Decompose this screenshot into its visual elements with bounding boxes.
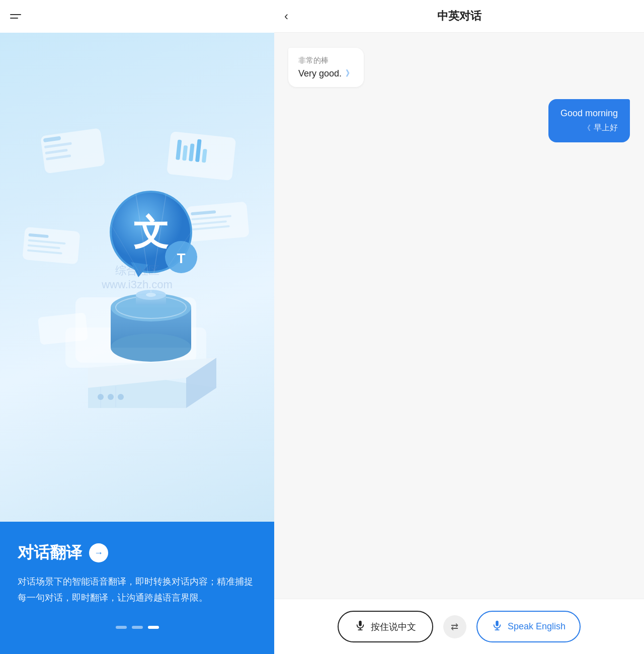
swap-language-button[interactable]: ⇄: [443, 615, 466, 638]
back-button[interactable]: ‹: [284, 9, 288, 23]
promo-title-row: 对话翻译 →: [18, 542, 257, 564]
carousel-dot-3[interactable]: [148, 626, 159, 629]
carousel-dot-2[interactable]: [132, 626, 143, 629]
bubble-english-text-1: Very good. 》: [298, 68, 354, 79]
svg-point-34: [111, 334, 191, 362]
svg-point-30: [108, 394, 114, 400]
bubble-content-left-1: 非常的棒 Very good. 》: [288, 48, 364, 87]
chat-area: 非常的棒 Very good. 》 Good morning 《 早上好: [274, 33, 644, 599]
promo-description: 对话场景下的智能语音翻译，即时转换对话内容；精准捕捉每一句对话，即时翻译，让沟通…: [18, 574, 257, 606]
bubble-right-chinese-1: 《 早上好: [560, 123, 618, 133]
chat-bubble-right-1: Good morning 《 早上好: [548, 99, 630, 142]
svg-point-40: [146, 293, 156, 297]
mic-chinese-icon: [355, 620, 366, 633]
svg-rect-51: [359, 621, 362, 626]
svg-rect-54: [496, 621, 499, 626]
bottom-controls: 按住说中文 ⇄ Speak English: [274, 599, 644, 654]
svg-point-29: [98, 394, 104, 400]
menu-button[interactable]: [10, 14, 21, 19]
bubble-right-english-1: Good morning: [560, 108, 618, 119]
arrow-icon: →: [94, 548, 103, 558]
promo-section: 对话翻译 → 对话场景下的智能语音翻译，即时转换对话内容；精准捕捉每一句对话，即…: [0, 522, 274, 654]
right-panel: ‹ 中英对话 非常的棒 Very good. 》 Good morning 《 …: [274, 0, 644, 654]
swap-icon: ⇄: [451, 621, 458, 632]
left-header: [0, 0, 274, 33]
speak-chinese-label: 按住说中文: [371, 621, 416, 633]
illustration-area: 文 T: [0, 33, 274, 522]
mic-english-icon: [492, 620, 503, 633]
right-header: ‹ 中英对话: [274, 0, 644, 33]
speak-english-button[interactable]: Speak English: [476, 611, 581, 642]
carousel-dot-1[interactable]: [116, 626, 127, 629]
carousel-dots: [18, 626, 257, 629]
svg-rect-0: [40, 128, 105, 174]
page-title: 中英对话: [437, 9, 481, 24]
svg-point-31: [118, 394, 124, 400]
left-panel: 文 T: [0, 0, 274, 654]
svg-text:文: 文: [133, 213, 169, 252]
svg-text:T: T: [177, 251, 185, 266]
speak-english-label: Speak English: [508, 621, 566, 632]
sound-icon-1[interactable]: 》: [346, 68, 354, 79]
promo-arrow-button[interactable]: →: [89, 543, 108, 562]
chat-bubble-left-1: 非常的棒 Very good. 》: [288, 48, 364, 87]
promo-title: 对话翻译: [18, 542, 82, 564]
bubble-chinese-text-1: 非常的棒: [298, 56, 354, 65]
bubble-content-right-1: Good morning 《 早上好: [548, 99, 630, 142]
sound-icon-right-1[interactable]: 《: [584, 124, 591, 133]
speak-chinese-button[interactable]: 按住说中文: [338, 611, 433, 642]
